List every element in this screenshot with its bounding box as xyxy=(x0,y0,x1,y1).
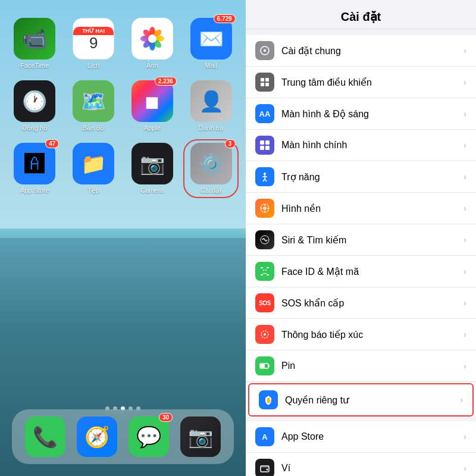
icon-faceid xyxy=(255,262,274,281)
svg-point-13 xyxy=(264,49,266,52)
svg-rect-44 xyxy=(261,364,265,368)
settings-row-privacy[interactable]: ✋ Quyền riêng tư › xyxy=(248,383,474,416)
app-calendar[interactable]: THỨ HAI 9 Lịch xyxy=(70,18,118,70)
svg-text:✋: ✋ xyxy=(265,397,273,404)
chevron-privacy: › xyxy=(460,395,463,405)
icon-wallet xyxy=(255,459,274,476)
settings-row-control[interactable]: Trung tâm điều khiển › xyxy=(246,67,476,98)
app-maps[interactable]: 🗺️ Bản đồ xyxy=(70,80,118,132)
chevron-display: › xyxy=(464,109,466,118)
icon-privacy: ✋ xyxy=(259,390,278,409)
app-label-settings: Cài đặt xyxy=(201,187,222,195)
dock-messages[interactable]: 💬 30 xyxy=(129,416,169,457)
svg-rect-17 xyxy=(265,83,269,86)
settings-list: Cài đặt chung › Trung tâm điều khiển › A… xyxy=(246,29,476,476)
chevron-wallpaper: › xyxy=(464,203,466,213)
app-contacts[interactable]: 👤 Danh bạ xyxy=(187,80,235,132)
settings-row-siri[interactable]: Siri & Tìm kiếm › xyxy=(246,224,476,256)
svg-rect-20 xyxy=(260,146,264,150)
chevron-accessibility: › xyxy=(464,172,466,181)
icon-exposure xyxy=(255,325,274,344)
app-label-camera: Camera xyxy=(140,187,164,194)
svg-point-49 xyxy=(267,469,268,471)
app-camera[interactable]: 📷 Camera xyxy=(129,143,177,195)
dock: 📞 🧭 💬 30 📷 xyxy=(12,409,234,464)
settings-panel: Cài đặt Cài đặt chung › Trung tâm điều k… xyxy=(246,0,476,476)
app-clock[interactable]: 🕐 Đồng hồ xyxy=(11,80,59,132)
dock-camera-dock[interactable]: 📷 xyxy=(180,416,221,457)
chevron-general: › xyxy=(464,46,466,55)
app-mail[interactable]: ✉️ 6.729 Mail xyxy=(187,18,235,70)
svg-rect-16 xyxy=(261,83,264,86)
chevron-sos: › xyxy=(464,298,466,308)
app-label-appstore: App Store xyxy=(20,187,49,194)
badge-apple: 2.236 xyxy=(155,77,177,86)
svg-rect-36 xyxy=(261,274,263,275)
app-appstore[interactable]: 🅰 47 App Store xyxy=(11,143,59,195)
app-apple[interactable]: ◼ 2.236 Apple xyxy=(129,80,177,132)
label-privacy: Quyền riêng tư xyxy=(285,394,460,406)
label-sos: SOS khẩn cấp xyxy=(281,298,464,309)
label-faceid: Face ID & Mật mã xyxy=(281,266,464,277)
settings-row-exposure[interactable]: Thông báo tiếp xúc › xyxy=(246,319,476,350)
svg-rect-19 xyxy=(265,140,270,145)
settings-row-home[interactable]: Màn hình chính › xyxy=(246,130,476,161)
settings-row-general[interactable]: Cài đặt chung › xyxy=(246,35,476,67)
icon-general xyxy=(255,41,274,60)
app-label-facetime: FaceTime xyxy=(20,62,49,69)
chevron-siri: › xyxy=(464,235,466,245)
svg-rect-15 xyxy=(265,78,269,82)
app-photos[interactable]: Ảnh xyxy=(129,18,177,70)
app-label-mail: Mail xyxy=(205,62,217,69)
svg-rect-14 xyxy=(261,78,264,82)
dock-phone[interactable]: 📞 xyxy=(25,416,65,457)
label-accessibility: Trợ năng xyxy=(281,171,464,183)
settings-section-0: Cài đặt chung › Trung tâm điều khiển › A… xyxy=(246,35,476,416)
chevron-home: › xyxy=(464,140,466,150)
chevron-faceid: › xyxy=(464,267,466,276)
badge-appstore: 47 xyxy=(45,139,59,148)
icon-home xyxy=(255,136,274,155)
settings-row-display[interactable]: AA Màn hình & Độ sáng › xyxy=(246,98,476,130)
app-label-apple: Apple xyxy=(144,124,161,131)
iphone-home-screen: 📹 FaceTime THỨ HAI 9 Lịch xyxy=(0,0,246,476)
svg-point-39 xyxy=(265,270,267,271)
dock-safari[interactable]: 🧭 xyxy=(77,416,117,457)
svg-rect-37 xyxy=(267,274,269,275)
settings-row-wallpaper[interactable]: Hình nền › xyxy=(246,193,476,224)
icon-control xyxy=(255,73,274,92)
dock-badge-messages: 30 xyxy=(159,413,173,422)
icon-sos: SOS xyxy=(255,293,274,312)
app-label-calendar: Lịch xyxy=(87,62,100,70)
chevron-exposure: › xyxy=(464,330,466,339)
chevron-wallet: › xyxy=(464,464,466,473)
label-wallet: Ví xyxy=(281,463,464,474)
settings-row-faceid[interactable]: Face ID & Mật mã › xyxy=(246,256,476,287)
svg-text:A: A xyxy=(262,433,268,441)
app-label-maps: Bản đồ xyxy=(83,124,105,132)
app-grid: 📹 FaceTime THỨ HAI 9 Lịch xyxy=(0,12,246,201)
settings-row-accessibility[interactable]: Trợ năng › xyxy=(246,161,476,193)
app-settings[interactable]: ⚙️ 3 Cài đặt xyxy=(187,143,235,195)
icon-accessibility xyxy=(255,167,274,186)
settings-row-sos[interactable]: SOS SOS khẩn cấp › xyxy=(246,287,476,319)
settings-row-wallet[interactable]: Ví › xyxy=(246,453,476,476)
svg-rect-35 xyxy=(267,267,269,268)
app-facetime[interactable]: 📹 FaceTime xyxy=(11,18,59,70)
icon-wallpaper xyxy=(255,199,274,218)
app-files[interactable]: 📁 Tệp xyxy=(70,143,118,195)
svg-rect-18 xyxy=(260,140,264,145)
icon-appstore-row: A xyxy=(255,427,274,446)
settings-section-1: A App Store › Ví › xyxy=(246,421,476,476)
svg-rect-43 xyxy=(268,365,270,367)
label-appstore-row: App Store xyxy=(281,431,464,442)
svg-point-28 xyxy=(263,206,267,210)
label-control: Trung tâm điều khiển xyxy=(281,77,464,88)
svg-point-41 xyxy=(264,333,266,336)
settings-row-appstore-row[interactable]: A App Store › xyxy=(246,421,476,453)
chevron-battery: › xyxy=(464,361,466,371)
settings-row-battery[interactable]: Pin › xyxy=(246,350,476,382)
chevron-appstore-row: › xyxy=(464,432,466,441)
badge-mail: 6.729 xyxy=(214,14,236,23)
label-exposure: Thông báo tiếp xúc xyxy=(281,329,464,340)
